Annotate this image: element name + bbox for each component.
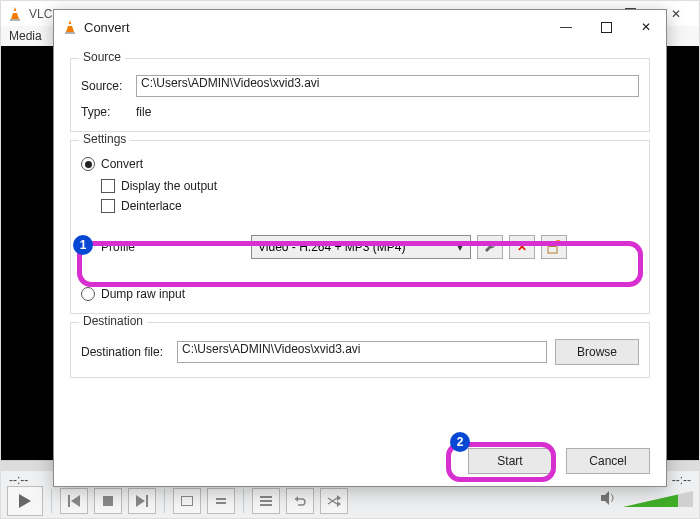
playlist-button[interactable] [252,488,280,514]
svg-rect-7 [103,496,113,506]
dialog-title: Convert [84,20,130,35]
next-button[interactable] [128,488,156,514]
annotation-badge-2: 2 [450,432,470,452]
settings-legend: Settings [79,132,130,146]
deinterlace-label: Deinterlace [121,199,182,213]
svg-rect-27 [549,244,556,245]
main-menu[interactable]: Media [1,26,42,46]
svg-rect-28 [549,246,556,247]
wrench-icon [483,240,497,254]
shuffle-button[interactable] [320,488,348,514]
annotation-badge-1: 1 [73,235,93,255]
svg-marker-16 [295,496,298,502]
menu-media[interactable]: Media [9,29,42,43]
convert-dialog: Convert — ✕ Source Source: C:\Users\ADMI… [53,9,667,487]
source-legend: Source [79,50,125,64]
svg-rect-13 [260,496,272,498]
svg-marker-21 [623,495,678,508]
start-button[interactable]: Start [468,448,552,474]
stop-button[interactable] [94,488,122,514]
source-group: Source Source: C:\Users\ADMIN\Videos\xvi… [70,58,650,132]
svg-marker-17 [337,495,341,501]
source-label: Source: [81,79,136,93]
loop-button[interactable] [286,488,314,514]
time-elapsed: --:-- [9,473,28,487]
svg-rect-2 [13,11,18,13]
dialog-close-button[interactable]: ✕ [626,12,666,42]
delete-profile-button[interactable]: ✕ [509,235,535,259]
svg-marker-4 [19,494,31,508]
svg-rect-15 [260,504,272,506]
speaker-icon[interactable] [601,491,617,508]
type-label: Type: [81,105,136,119]
svg-rect-11 [216,498,226,500]
settings-group: Settings Convert Display the output Dein… [70,140,650,314]
svg-rect-9 [146,495,148,507]
deinterlace-checkbox[interactable] [101,199,115,213]
x-icon: ✕ [517,240,527,254]
svg-marker-6 [71,495,80,507]
browse-button[interactable]: Browse [555,339,639,365]
dialog-titlebar[interactable]: Convert — ✕ [54,10,666,44]
svg-marker-19 [601,491,609,505]
destination-input[interactable]: C:\Users\ADMIN\Videos\xvid3.avi [177,341,547,363]
source-input[interactable]: C:\Users\ADMIN\Videos\xvid3.avi [136,75,639,97]
play-button[interactable] [7,486,43,516]
svg-marker-8 [136,495,145,507]
convert-radio[interactable] [81,157,95,171]
dialog-minimize-button[interactable]: — [546,12,586,42]
svg-rect-23 [65,32,75,34]
svg-rect-10 [182,497,193,506]
svg-marker-18 [337,501,341,507]
destination-label: Destination file: [81,345,177,359]
display-output-label: Display the output [121,179,217,193]
profile-label: Profile [101,240,251,254]
svg-rect-14 [260,500,272,502]
time-total: --:-- [672,473,691,487]
new-profile-button[interactable] [541,235,567,259]
svg-rect-12 [216,502,226,504]
fullscreen-button[interactable] [173,488,201,514]
vlc-cone-icon [62,19,78,35]
display-output-checkbox[interactable] [101,179,115,193]
svg-rect-25 [601,22,611,32]
svg-rect-5 [68,495,70,507]
edit-profile-button[interactable] [477,235,503,259]
type-value: file [136,105,151,119]
convert-radio-label: Convert [101,157,143,171]
chevron-down-icon: ▾ [450,240,470,254]
svg-rect-24 [68,24,73,26]
destination-group: Destination Destination file: C:\Users\A… [70,322,650,378]
dump-raw-radio[interactable] [81,287,95,301]
destination-legend: Destination [79,314,147,328]
new-profile-icon [547,240,561,254]
svg-point-29 [555,240,561,246]
profile-combo[interactable]: Video - H.264 + MP3 (MP4) ▾ [251,235,471,259]
ext-settings-button[interactable] [207,488,235,514]
profile-value: Video - H.264 + MP3 (MP4) [258,240,406,254]
vlc-cone-icon [7,6,23,22]
prev-button[interactable] [60,488,88,514]
svg-rect-1 [10,19,20,21]
dialog-maximize-button[interactable] [586,12,626,42]
cancel-button[interactable]: Cancel [566,448,650,474]
volume-slider[interactable] [623,489,693,509]
dump-raw-label: Dump raw input [101,287,185,301]
